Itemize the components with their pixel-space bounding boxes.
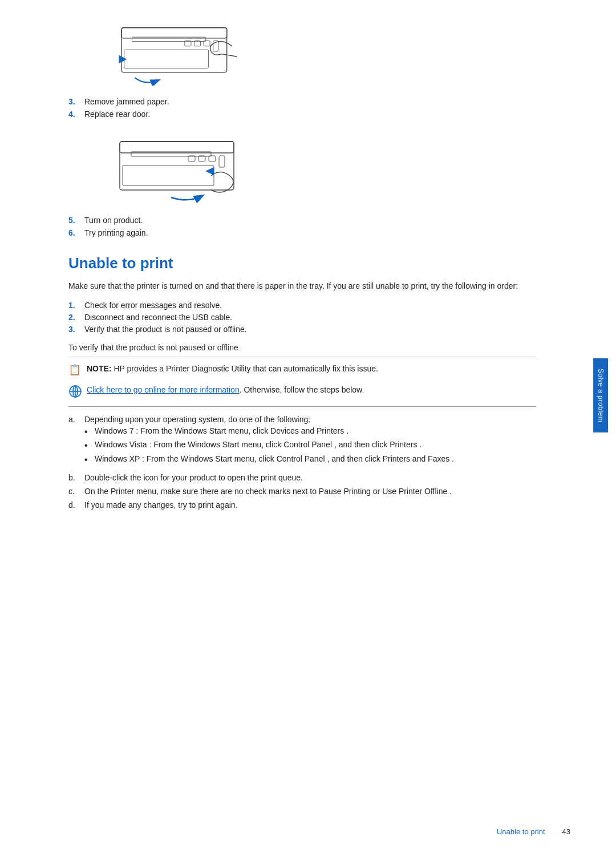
bullet-dot-2: • — [84, 440, 95, 452]
page-footer: Unable to print 43 — [497, 827, 570, 836]
step-6: 6. Try printing again. — [68, 228, 570, 237]
numbered-steps-list: 1. Check for error messages and resolve.… — [68, 301, 570, 334]
alpha-d-text: If you made any changes, try to print ag… — [84, 500, 238, 510]
svg-rect-16 — [123, 165, 214, 185]
svg-rect-15 — [219, 156, 225, 167]
svg-marker-8 — [119, 55, 127, 63]
alpha-a-content: Depending upon your operating system, do… — [84, 415, 454, 468]
divider — [68, 406, 536, 407]
svg-rect-1 — [121, 27, 227, 38]
step-4-num: 4. — [68, 110, 84, 119]
bullet-dot-3: • — [84, 454, 95, 466]
alpha-item-c: c. On the Printer menu, make sure there … — [68, 487, 570, 496]
bullet-item-2: • Windows Vista : From the Windows Start… — [84, 440, 454, 452]
step-3-num: 3. — [68, 97, 84, 106]
step-3-text: Remove jammed paper. — [84, 97, 169, 106]
steps-bottom-list: 5. Turn on product. 6. Try printing agai… — [68, 216, 570, 237]
alpha-c-label: c. — [68, 487, 84, 496]
alpha-item-a: a. Depending upon your operating system,… — [68, 415, 570, 468]
alpha-d-label: d. — [68, 500, 84, 510]
bullet-text-3: Windows XP : From the Windows Start menu… — [95, 454, 454, 463]
bullet-dot-1: • — [84, 426, 95, 438]
step-6-text: Try printing again. — [84, 228, 148, 237]
bullet-item-1: • Windows 7 : From the Windows Start men… — [84, 426, 454, 438]
n-step-3-text: Verify that the product is not paused or… — [84, 325, 247, 334]
note-text: NOTE: HP provides a Printer Diagnostic U… — [87, 363, 378, 375]
steps-top-list: 3. Remove jammed paper. 4. Replace rear … — [68, 97, 570, 119]
printer-image-top — [114, 17, 240, 86]
link-text-content: Click here to go online for more informa… — [87, 384, 364, 397]
svg-marker-17 — [205, 167, 214, 175]
n-step-3-num: 3. — [68, 325, 84, 334]
intro-paragraph: Make sure that the printer is turned on … — [68, 280, 536, 293]
printer-image-bottom — [114, 130, 245, 204]
alpha-list: a. Depending upon your operating system,… — [68, 415, 570, 510]
alpha-c-text: On the Printer menu, make sure there are… — [84, 487, 452, 496]
step-5-num: 5. — [68, 216, 84, 225]
sub-section-title: To verify that the product is not paused… — [68, 343, 536, 357]
note-box: 📋 NOTE: HP provides a Printer Diagnostic… — [68, 363, 536, 376]
online-link[interactable]: Click here to go online for more informa… — [87, 385, 240, 394]
alpha-item-b: b. Double-click the icon for your produc… — [68, 473, 570, 482]
alpha-a-text: Depending upon your operating system, do… — [84, 415, 310, 424]
page-container: Solve a problem — [0, 0, 616, 853]
n-step-2-num: 2. — [68, 313, 84, 322]
globe-icon — [68, 385, 82, 398]
n-step-1-text: Check for error messages and resolve. — [84, 301, 222, 310]
svg-point-22 — [70, 386, 81, 397]
svg-rect-7 — [124, 50, 209, 68]
n-step-2-text: Disconnect and reconnect the USB cable. — [84, 313, 232, 322]
bullet-text-1: Windows 7 : From the Windows Start menu,… — [95, 426, 348, 435]
n-step-1-num: 1. — [68, 301, 84, 310]
illustration-top — [114, 17, 570, 86]
n-step-1: 1. Check for error messages and resolve. — [68, 301, 570, 310]
step-3: 3. Remove jammed paper. — [68, 97, 570, 106]
footer-link[interactable]: Unable to print — [497, 827, 545, 836]
alpha-item-d: d. If you made any changes, try to print… — [68, 500, 570, 510]
alpha-b-text: Double-click the icon for your product t… — [84, 473, 303, 482]
section-heading: Unable to print — [68, 254, 570, 272]
link-post-text: . Otherwise, follow the steps below. — [240, 385, 364, 394]
n-step-3: 3. Verify that the product is not paused… — [68, 325, 570, 334]
bullet-item-3: • Windows XP : From the Windows Start me… — [84, 454, 454, 466]
link-box: Click here to go online for more informa… — [68, 384, 536, 398]
side-tab[interactable]: Solve a problem — [593, 358, 608, 432]
alpha-b-label: b. — [68, 473, 84, 482]
step-4-text: Replace rear door. — [84, 110, 150, 119]
bullet-list-a: • Windows 7 : From the Windows Start men… — [84, 426, 454, 466]
alpha-a-label: a. — [68, 415, 84, 424]
step-6-num: 6. — [68, 228, 84, 237]
step-5: 5. Turn on product. — [68, 216, 570, 225]
side-tab-label: Solve a problem — [597, 369, 605, 422]
svg-rect-10 — [120, 142, 234, 153]
bullet-text-2: Windows Vista : From the Windows Start m… — [95, 440, 422, 449]
n-step-2: 2. Disconnect and reconnect the USB cabl… — [68, 313, 570, 322]
illustration-bottom — [114, 130, 570, 204]
step-4: 4. Replace rear door. — [68, 110, 570, 119]
note-label: NOTE: — [87, 364, 112, 373]
note-body: HP provides a Printer Diagnostic Utility… — [112, 364, 378, 373]
page-number: 43 — [562, 827, 570, 836]
step-5-text: Turn on product. — [84, 216, 143, 225]
note-icon: 📋 — [68, 363, 82, 376]
